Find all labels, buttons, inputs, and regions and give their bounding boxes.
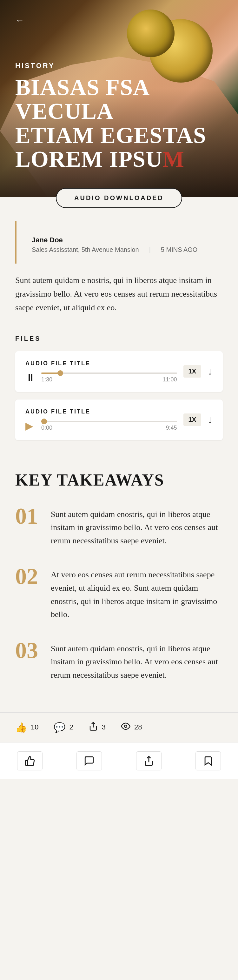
article-meta: Jane Doe Sales Assisstant, 5th Avenue Ma… <box>15 221 223 264</box>
time-current-1: 1:30 <box>41 376 52 383</box>
hero-title-line1: BIASAS FSA VECULA <box>15 75 149 124</box>
author-name: Jane Doe <box>32 236 208 244</box>
takeaway-text-3: Sunt autem quidam enostris, qui in liber… <box>51 639 223 682</box>
time-labels-1: 1:30 11:00 <box>41 376 177 383</box>
takeaway-num-1: 01 <box>15 504 41 527</box>
share-count[interactable]: 3 <box>89 722 106 733</box>
bottom-nav <box>0 742 238 779</box>
engagement-bar: 👍 10 💬 2 3 28 <box>0 712 238 742</box>
audio-player-1-title: AUDIO FILE TITLE <box>25 360 177 367</box>
author-role: Sales Assisstant, 5th Avenue Mansion <box>32 246 139 253</box>
progress-thumb-2 <box>41 418 47 424</box>
takeaways-section: KEY TAKEAWAYS 01 Sunt autem quidam enost… <box>0 458 238 712</box>
like-icon: 👍 <box>15 722 27 733</box>
files-section: FILES AUDIO FILE TITLE ⏸ 1:30 11:00 <box>0 325 238 458</box>
comment-icon: 💬 <box>54 722 65 733</box>
time-ago: 5 MINS AGO <box>161 246 198 253</box>
progress-fill-1 <box>41 372 60 374</box>
takeaway-text-2: At vero eos censes aut rerum necessitati… <box>51 565 223 621</box>
takeaway-text-1: Sunt autem quidam enostris, qui in liber… <box>51 504 223 547</box>
share-icon <box>89 722 98 733</box>
takeaway-item-1: 01 Sunt autem quidam enostris, qui in li… <box>15 504 223 547</box>
view-count-value: 28 <box>134 723 142 731</box>
files-label: FILES <box>15 335 223 342</box>
progress-thumb-1 <box>57 370 63 376</box>
progress-fill-2 <box>41 421 44 422</box>
download-button-2[interactable]: ↓ <box>208 414 213 426</box>
time-labels-2: 0:00 9:45 <box>41 425 177 431</box>
play-button-2[interactable]: ▶ <box>25 421 35 431</box>
audio-player-2-inner: AUDIO FILE TITLE ▶ 0:00 9:45 <box>25 408 177 431</box>
progress-bar-1[interactable] <box>41 372 177 374</box>
view-count[interactable]: 28 <box>121 722 142 733</box>
progress-wrap-1: 1:30 11:00 <box>41 372 177 383</box>
progress-wrap-2: 0:00 9:45 <box>41 421 177 431</box>
nav-comment-button[interactable] <box>76 751 102 770</box>
audio-controls-2: ▶ 0:00 9:45 <box>25 421 177 431</box>
progress-bar-2[interactable] <box>41 421 177 422</box>
hero-title-line2: ETIAM EGESTAS <box>15 123 206 148</box>
like-count[interactable]: 👍 10 <box>15 722 38 733</box>
audio-player-1-inner: AUDIO FILE TITLE ⏸ 1:30 11:00 <box>25 360 177 383</box>
nav-like-button[interactable] <box>17 751 43 770</box>
audio-controls-1: ⏸ 1:30 11:00 <box>25 372 177 383</box>
audio-player-2-title: AUDIO FILE TITLE <box>25 408 177 415</box>
share-count-value: 3 <box>102 723 106 731</box>
back-button[interactable]: ← <box>15 15 24 25</box>
time-current-2: 0:00 <box>41 425 52 431</box>
takeaway-item-2: 02 At vero eos censes aut rerum necessit… <box>15 565 223 621</box>
hero-title-line3-prefix: LOREM IPSU <box>15 146 162 172</box>
time-total-2: 9:45 <box>166 425 177 431</box>
nav-share-button[interactable] <box>136 751 162 770</box>
comment-count-value: 2 <box>69 723 73 731</box>
like-count-value: 10 <box>31 723 38 731</box>
svg-point-1 <box>124 725 127 727</box>
takeaway-item-3: 03 Sunt autem quidam enostris, qui in li… <box>15 639 223 682</box>
takeaways-title: KEY TAKEAWAYS <box>15 471 223 489</box>
speed-badge-2[interactable]: 1X <box>183 414 201 426</box>
audio-downloaded-badge[interactable]: AUDIO DOWNLOADED <box>56 188 182 208</box>
meta-info: Sales Assisstant, 5th Avenue Mansion | 5… <box>32 246 208 253</box>
hero-category: HISTORY <box>15 62 223 70</box>
nav-bookmark-button[interactable] <box>195 751 221 770</box>
article-body: Sunt autem quidam e nostris, qui in libe… <box>0 264 238 325</box>
speed-badge-1[interactable]: 1X <box>183 365 201 378</box>
comment-count[interactable]: 💬 2 <box>54 722 73 733</box>
pause-button-1[interactable]: ⏸ <box>25 372 35 383</box>
download-button-1[interactable]: ↓ <box>208 366 213 377</box>
hero-title: BIASAS FSA VECULA ETIAM EGESTAS LOREM IP… <box>15 76 223 172</box>
meta-divider: | <box>149 246 151 253</box>
view-icon <box>121 722 130 733</box>
hero-section: ← HISTORY BIASAS FSA VECULA ETIAM EGESTA… <box>0 0 238 197</box>
audio-badge-wrap: AUDIO DOWNLOADED <box>0 188 238 208</box>
time-total-1: 11:00 <box>162 376 177 383</box>
hero-title-accent: M <box>162 146 184 172</box>
audio-player-1: AUDIO FILE TITLE ⏸ 1:30 11:00 1X ↓ <box>15 351 223 392</box>
takeaway-num-3: 03 <box>15 639 41 662</box>
audio-player-2: AUDIO FILE TITLE ▶ 0:00 9:45 1X ↓ <box>15 399 223 440</box>
takeaway-num-2: 02 <box>15 565 41 588</box>
